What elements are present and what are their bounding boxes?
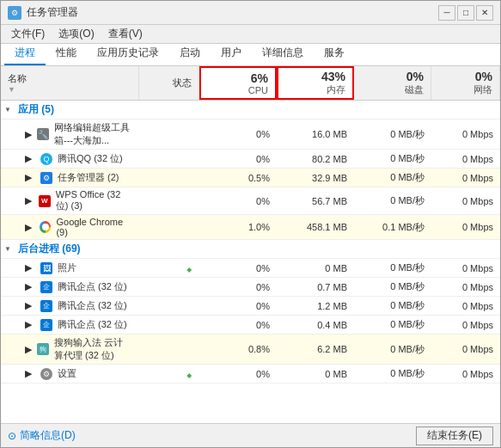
tencent-icon: 企 bbox=[40, 281, 52, 293]
minimize-button[interactable]: ─ bbox=[438, 5, 455, 21]
tabs-bar: 进程 性能 应用历史记录 启动 用户 详细信息 服务 bbox=[1, 44, 500, 66]
summary-label: 简略信息(D) bbox=[20, 428, 76, 443]
tencent-icon-3: 企 bbox=[40, 319, 52, 331]
window-icon: ⚙ bbox=[8, 6, 21, 20]
menu-bar: 文件(F) 选项(O) 查看(V) bbox=[1, 25, 500, 44]
window-controls: ─ □ ✕ bbox=[438, 5, 493, 21]
summary-info-button[interactable]: ⊙ 简略信息(D) bbox=[8, 428, 76, 443]
menu-file[interactable]: 文件(F) bbox=[4, 25, 52, 43]
col-header-network[interactable]: 0% 网络 bbox=[431, 66, 500, 100]
col-header-disk[interactable]: 0% 磁盘 bbox=[354, 66, 431, 100]
wps-icon: W bbox=[39, 195, 51, 207]
table-row[interactable]: ▶ 企 腾讯企点 (32 位) 0% 0.4 MB 0 MB/秒 0 Mbps bbox=[1, 316, 500, 334]
menu-options[interactable]: 选项(O) bbox=[52, 25, 101, 43]
tab-details[interactable]: 详细信息 bbox=[252, 42, 314, 65]
section-header-apps: ▼ 应用 (5) bbox=[1, 101, 500, 120]
table-row[interactable]: ▶ W WPS Office (32 位) (3) 0% 56.7 MB 0 M… bbox=[1, 187, 500, 215]
settings-icon: ⚙ bbox=[40, 368, 52, 380]
tencent-icon-2: 企 bbox=[40, 300, 52, 312]
table-row[interactable]: ▶ 🔧 网络编辑超级工具箱---大海加... 0% 16.0 MB 0 MB/秒… bbox=[1, 120, 500, 150]
table-row[interactable]: ▶ ⚙ 设置 ⬥ 0% 0 MB 0 MB/秒 0 Mbps bbox=[1, 365, 500, 384]
col-header-cpu[interactable]: 6% CPU bbox=[199, 66, 277, 100]
table-row[interactable]: ▶ 🖼 照片 ⬥ 0% 0 MB 0 MB/秒 0 Mbps bbox=[1, 259, 500, 278]
maximize-button[interactable]: □ bbox=[457, 5, 474, 21]
taskmgr-icon: ⚙ bbox=[40, 172, 52, 184]
col-header-status[interactable]: 状态 bbox=[139, 66, 199, 100]
table-header: 名称 ▼ 状态 6% CPU 43% 内存 0% 磁盘 0% 网络 bbox=[1, 66, 500, 101]
photo-icon: 🖼 bbox=[40, 262, 52, 274]
table-scroll[interactable]: ▼ 应用 (5) ▶ 🔧 网络编辑超级工具箱---大海加... bbox=[1, 101, 500, 423]
section-title-bg: 后台进程 (69) bbox=[18, 242, 81, 256]
task-manager-window: ⚙ 任务管理器 ─ □ ✕ 文件(F) 选项(O) 查看(V) 进程 性能 应用… bbox=[0, 0, 501, 448]
tab-startup[interactable]: 启动 bbox=[169, 42, 211, 65]
end-task-button[interactable]: 结束任务(E) bbox=[416, 427, 493, 445]
table-row[interactable]: ▶ Q 腾讯QQ (32 位) 0% 80.2 MB 0 MB/秒 0 Mbps bbox=[1, 150, 500, 169]
tab-performance[interactable]: 性能 bbox=[46, 42, 87, 65]
app-icon: 🔧 bbox=[37, 128, 49, 140]
window-title: 任务管理器 bbox=[27, 5, 78, 20]
close-button[interactable]: ✕ bbox=[476, 5, 493, 21]
table-row[interactable]: ▶ 企 腾讯企点 (32 位) 0% 1.2 MB 0 MB/秒 0 Mbps bbox=[1, 297, 500, 316]
table-body-wrapper: ▼ 应用 (5) ▶ 🔧 网络编辑超级工具箱---大海加... bbox=[1, 101, 500, 423]
arrow-up-icon: ⊙ bbox=[8, 430, 16, 442]
tab-app-history[interactable]: 应用历史记录 bbox=[87, 42, 169, 65]
section-header-bg: ▼ 后台进程 (69) bbox=[1, 240, 500, 259]
title-bar: ⚙ 任务管理器 ─ □ ✕ bbox=[1, 1, 500, 25]
tab-services[interactable]: 服务 bbox=[314, 42, 355, 65]
expand-bg-icon[interactable]: ▼ bbox=[4, 245, 11, 253]
table-row-google-chrome[interactable]: ▶ Google Chrome (9) 1.0% 458.1 MB 0.1 MB… bbox=[1, 215, 500, 240]
chrome-icon bbox=[40, 221, 51, 233]
qq-icon: Q bbox=[40, 153, 52, 165]
table-row[interactable]: ▶ ⚙ 任务管理器 (2) 0.5% 32.9 MB 0 MB/秒 0 Mbps bbox=[1, 169, 500, 187]
sogou-icon: 狗 bbox=[37, 343, 49, 355]
tab-users[interactable]: 用户 bbox=[211, 42, 252, 65]
tab-processes[interactable]: 进程 bbox=[4, 42, 46, 65]
table-row[interactable]: ▶ 狗 搜狗输入法 云计算代理 (32 位) 0.8% 6.2 MB 0 MB/… bbox=[1, 334, 500, 365]
content-area: 名称 ▼ 状态 6% CPU 43% 内存 0% 磁盘 0% 网络 bbox=[1, 66, 500, 423]
bottom-bar: ⊙ 简略信息(D) 结束任务(E) bbox=[1, 423, 500, 447]
section-title-apps: 应用 (5) bbox=[18, 102, 54, 117]
table-row[interactable]: ▶ 企 腾讯企点 (32 位) 0% 0.7 MB 0 MB/秒 0 Mbps bbox=[1, 278, 500, 297]
menu-view[interactable]: 查看(V) bbox=[101, 25, 150, 43]
col-header-memory[interactable]: 43% 内存 bbox=[277, 66, 354, 100]
expand-apps-icon[interactable]: ▼ bbox=[4, 106, 11, 114]
col-header-name[interactable]: 名称 ▼ bbox=[1, 66, 139, 100]
network-status-icon-2: ⬥ bbox=[186, 367, 192, 381]
network-status-icon: ⬥ bbox=[186, 261, 192, 275]
